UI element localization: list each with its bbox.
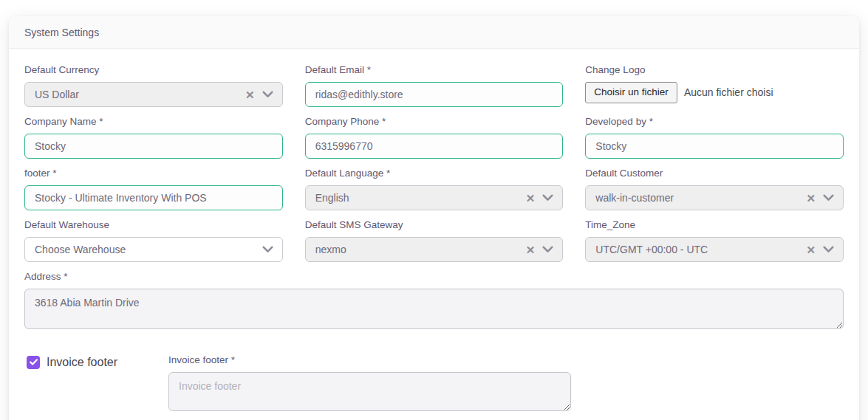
clear-icon[interactable]: ✕ (526, 193, 536, 204)
field-developed-by: Developed by * (585, 117, 844, 159)
time-zone-select[interactable]: UTC/GMT +00:00 - UTC ✕ (585, 237, 844, 262)
default-email-input[interactable] (305, 82, 564, 107)
default-email-label: Default Email * (305, 65, 564, 75)
default-currency-select[interactable]: US Dollar ✕ (24, 82, 283, 107)
select-icons (262, 246, 273, 253)
default-language-label: Default Language * (305, 168, 564, 179)
default-warehouse-value: Choose Warehouse (35, 244, 126, 255)
default-customer-value: walk-in-customer (595, 192, 674, 204)
field-company-phone: Company Phone * (305, 117, 564, 159)
field-time-zone: Time_Zone UTC/GMT +00:00 - UTC ✕ (585, 220, 844, 262)
change-logo-label: Change Logo (585, 65, 844, 75)
clear-icon[interactable]: ✕ (806, 193, 816, 204)
chevron-down-icon[interactable] (542, 194, 553, 202)
chevron-down-icon[interactable] (542, 246, 553, 253)
chevron-down-icon[interactable] (262, 91, 273, 98)
card-header: System Settings (9, 16, 859, 49)
field-company-name: Company Name * (24, 117, 283, 159)
select-icons: ✕ (245, 89, 273, 100)
field-invoice-footer: Invoice footer * (168, 355, 571, 411)
address-label: Address * (24, 272, 844, 282)
field-address: Address * 3618 Abia Martin Drive (24, 272, 844, 329)
field-footer: footer * (24, 168, 283, 210)
chevron-down-icon[interactable] (823, 194, 834, 202)
field-default-customer: Default Customer walk-in-customer ✕ (585, 168, 844, 210)
default-warehouse-select[interactable]: Choose Warehouse (24, 237, 283, 262)
select-icons: ✕ (526, 193, 554, 204)
default-sms-gateway-select[interactable]: nexmo ✕ (305, 237, 564, 262)
field-default-warehouse: Default Warehouse Choose Warehouse (24, 220, 283, 262)
clear-icon[interactable]: ✕ (806, 244, 816, 255)
address-textarea[interactable]: 3618 Abia Martin Drive (24, 289, 844, 329)
field-change-logo: Change Logo Choisir un fichier Aucun fic… (585, 65, 844, 107)
invoice-footer-section: Invoice footer Invoice footer * (24, 355, 844, 411)
field-default-language: Default Language * English ✕ (305, 168, 564, 210)
logo-file-input: Choisir un fichier Aucun fichier choisi (585, 82, 844, 103)
card-body: Default Currency US Dollar ✕ Default Ema… (9, 49, 859, 420)
company-phone-input[interactable] (305, 134, 564, 159)
company-name-label: Company Name * (24, 117, 283, 127)
footer-label: footer * (24, 168, 283, 179)
system-settings-card: System Settings Default Currency US Doll… (9, 16, 859, 420)
clear-icon[interactable]: ✕ (245, 89, 255, 100)
invoice-footer-checkbox-label[interactable]: Invoice footer (47, 355, 117, 369)
invoice-footer-checkbox[interactable] (27, 356, 40, 369)
default-sms-gateway-label: Default SMS Gateway (305, 220, 564, 230)
invoice-footer-toggle[interactable]: Invoice footer (24, 355, 168, 369)
company-name-input[interactable] (24, 134, 283, 159)
invoice-footer-label: Invoice footer * (168, 355, 571, 365)
default-sms-gateway-value: nexmo (315, 244, 346, 255)
page-title: System Settings (24, 27, 99, 38)
settings-form: Default Currency US Dollar ✕ Default Ema… (24, 65, 844, 339)
field-default-sms-gateway: Default SMS Gateway nexmo ✕ (305, 220, 564, 262)
developed-by-input[interactable] (585, 134, 844, 159)
field-default-currency: Default Currency US Dollar ✕ (24, 65, 283, 107)
developed-by-label: Developed by * (585, 117, 844, 127)
select-icons: ✕ (526, 244, 554, 255)
default-customer-label: Default Customer (585, 168, 844, 179)
company-phone-label: Company Phone * (305, 117, 564, 127)
chevron-down-icon[interactable] (262, 246, 273, 253)
time-zone-value: UTC/GMT +00:00 - UTC (595, 244, 708, 255)
default-language-select[interactable]: English ✕ (305, 185, 564, 210)
select-icons: ✕ (806, 244, 834, 255)
field-default-email: Default Email * (305, 65, 564, 107)
default-language-value: English (315, 192, 349, 204)
default-currency-value: US Dollar (35, 89, 79, 100)
file-status-text: Aucun fichier choisi (684, 86, 773, 98)
time-zone-label: Time_Zone (585, 220, 844, 230)
chevron-down-icon[interactable] (823, 246, 834, 253)
default-warehouse-label: Default Warehouse (24, 220, 283, 230)
choose-file-button[interactable]: Choisir un fichier (585, 82, 677, 103)
default-currency-label: Default Currency (24, 65, 283, 75)
select-icons: ✕ (806, 193, 834, 204)
clear-icon[interactable]: ✕ (526, 244, 536, 255)
footer-input[interactable] (24, 185, 283, 210)
check-icon (30, 359, 38, 365)
default-customer-select[interactable]: walk-in-customer ✕ (585, 185, 844, 210)
invoice-footer-textarea[interactable] (168, 372, 571, 411)
